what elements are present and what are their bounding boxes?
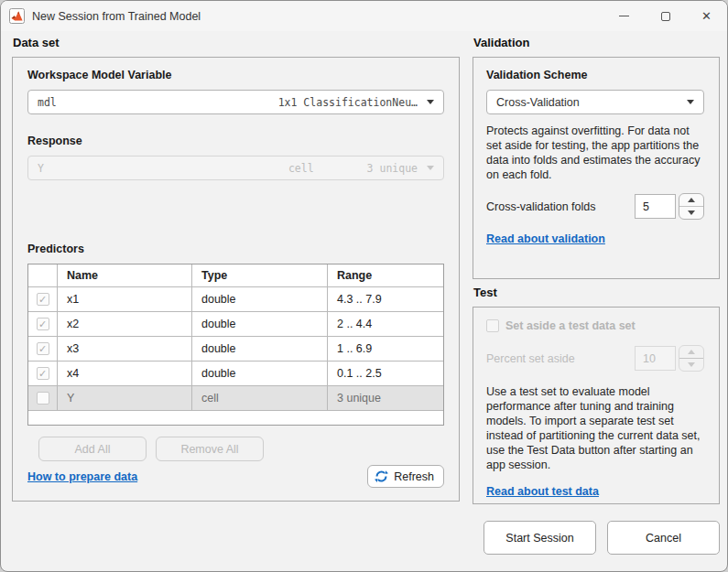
percent-label: Percent set aside [486, 352, 575, 365]
validation-scheme-label: Validation Scheme [486, 69, 704, 81]
validation-scheme-value: Cross-Validation [496, 96, 678, 109]
validation-scheme-dropdown[interactable]: Cross-Validation [486, 90, 704, 114]
predictor-checkbox[interactable]: ✓ [37, 293, 49, 306]
predictor-checkbox[interactable]: ✓ [37, 318, 49, 330]
predictor-checkbox-cell: ✓ [28, 287, 58, 311]
predictor-name: x2 [58, 312, 192, 336]
chevron-down-icon [427, 100, 434, 104]
percent-spin-buttons [679, 345, 704, 372]
chevron-down-icon [427, 166, 434, 170]
test-heading: Test [473, 286, 720, 299]
title-bar: New Session from Trained Model ✕ [1, 1, 727, 31]
predictor-name: x3 [58, 337, 192, 361]
predictor-type: double [192, 287, 328, 311]
workspace-variable-label: Workspace Model Variable [27, 69, 444, 81]
predictors-label: Predictors [27, 243, 444, 255]
percent-spinner: 10 [635, 345, 704, 372]
refresh-icon [375, 469, 388, 483]
predictor-range: 4.3 .. 7.9 [328, 287, 443, 311]
percent-row: Percent set aside 10 [486, 345, 704, 372]
response-type: cell [288, 162, 314, 175]
predictor-checkbox-cell: ✓ [28, 362, 58, 385]
table-row: ✓ x4 double 0.1 .. 2.5 [28, 362, 443, 386]
folds-label: Cross-validation folds [486, 200, 596, 213]
refresh-label: Refresh [394, 470, 434, 483]
range-column-header: Range [328, 264, 443, 286]
refresh-button[interactable]: Refresh [367, 465, 444, 488]
folds-spinner: 5 [635, 193, 704, 220]
spin-down-button[interactable] [679, 359, 703, 371]
window-title: New Session from Trained Model [32, 10, 201, 23]
predictor-checkbox-cell: ✓ [28, 312, 58, 336]
folds-spin-buttons [679, 193, 704, 220]
workspace-variable-dropdown[interactable]: mdl 1x1 ClassificationNeu… [27, 90, 444, 114]
dataset-footer-row: How to prepare data Refresh [27, 465, 444, 488]
predictor-range: 3 unique [328, 386, 443, 410]
table-row: ✓ x1 double 4.3 .. 7.9 [28, 287, 443, 312]
folds-row: Cross-validation folds 5 [486, 193, 704, 220]
dataset-heading: Data set [13, 36, 460, 49]
predictor-checkbox[interactable]: ✓ [37, 342, 49, 355]
dataset-panel: Workspace Model Variable mdl 1x1 Classif… [12, 57, 460, 502]
table-row: Y cell 3 unique [28, 386, 443, 411]
dialog-window: New Session from Trained Model ✕ Data se… [0, 0, 728, 572]
predictor-checkbox[interactable] [37, 392, 49, 405]
predictor-type: double [192, 362, 328, 385]
predictor-type: cell [192, 386, 328, 410]
spin-up-button[interactable] [679, 346, 703, 359]
predictor-checkbox-cell [28, 386, 58, 410]
response-dropdown[interactable]: Y cell 3 unique [27, 156, 444, 180]
validation-description: Protects against overfitting. For data n… [486, 124, 704, 182]
test-set-checkbox[interactable] [486, 319, 499, 332]
folds-input[interactable]: 5 [635, 194, 676, 219]
close-button[interactable]: ✕ [686, 1, 727, 31]
how-to-prepare-data-link[interactable]: How to prepare data [27, 470, 137, 483]
predictors-table: Name Type Range ✓ x1 double 4.3 .. 7.9 [27, 264, 444, 426]
right-column: Validation Validation Scheme Cross-Valid… [473, 31, 720, 555]
workspace-variable-value: mdl [38, 96, 278, 109]
test-panel: Set aside a test data set Percent set as… [473, 307, 720, 504]
checkbox-column-header [28, 264, 58, 286]
chevron-down-icon [687, 100, 694, 104]
add-all-button[interactable]: Add All [38, 437, 147, 461]
test-set-checkbox-label: Set aside a test data set [505, 319, 636, 332]
window-controls: ✕ [603, 1, 727, 31]
read-about-test-data-link[interactable]: Read about test data [486, 485, 599, 498]
minimize-button[interactable] [603, 1, 645, 31]
predictor-buttons: Add All Remove All [27, 437, 444, 461]
predictor-range: 1 .. 6.9 [328, 337, 443, 361]
cancel-button[interactable]: Cancel [607, 521, 720, 555]
predictor-type: double [192, 337, 328, 361]
table-empty-row [28, 411, 443, 425]
maximize-button[interactable] [645, 1, 686, 31]
name-column-header: Name [58, 264, 192, 286]
predictor-name: x1 [58, 287, 192, 311]
response-summary: 3 unique [367, 162, 418, 175]
table-header-row: Name Type Range [28, 264, 443, 287]
matlab-icon [9, 8, 25, 24]
predictor-checkbox[interactable]: ✓ [37, 367, 49, 380]
dialog-content: Data set Workspace Model Variable mdl 1x… [1, 31, 727, 555]
workspace-variable-summary: 1x1 ClassificationNeu… [278, 96, 418, 109]
maximize-icon [661, 12, 670, 21]
table-row: ✓ x3 double 1 .. 6.9 [28, 337, 443, 362]
start-session-button[interactable]: Start Session [484, 521, 596, 555]
predictor-type: double [192, 312, 328, 336]
spin-down-button[interactable] [679, 207, 703, 219]
test-set-checkbox-row: Set aside a test data set [486, 319, 704, 332]
response-value: Y [38, 162, 288, 175]
type-column-header: Type [192, 264, 328, 286]
read-about-validation-link[interactable]: Read about validation [486, 232, 605, 245]
test-description: Use a test set to evaluate model perform… [486, 384, 704, 472]
predictor-checkbox-cell: ✓ [28, 337, 58, 361]
predictor-name: Y [58, 386, 192, 410]
table-row: ✓ x2 double 2 .. 4.4 [28, 312, 443, 337]
minimize-icon [619, 16, 629, 16]
spin-up-button[interactable] [679, 194, 703, 207]
percent-input[interactable]: 10 [635, 346, 676, 371]
dataset-column: Data set Workspace Model Variable mdl 1x… [12, 31, 460, 555]
dialog-footer: Start Session Cancel [473, 521, 720, 555]
predictor-range: 0.1 .. 2.5 [328, 362, 443, 385]
predictor-range: 2 .. 4.4 [328, 312, 443, 336]
remove-all-button[interactable]: Remove All [156, 437, 264, 461]
